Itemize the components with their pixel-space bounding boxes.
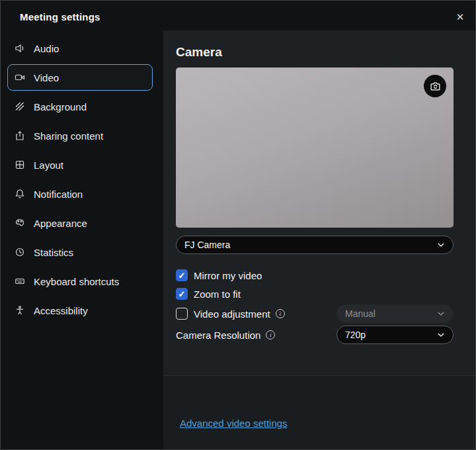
sidebar-item-label: Audio: [34, 43, 59, 54]
sidebar-item-label: Sharing content: [34, 130, 103, 142]
video-adjustment-row: Video adjustment i Manual: [176, 303, 454, 324]
camera-resolution-dropdown[interactable]: 720p: [337, 326, 454, 344]
chevron-down-icon: [437, 331, 445, 339]
chevron-down-icon: [437, 241, 445, 249]
advanced-video-settings-link[interactable]: Advanced video settings: [180, 418, 288, 429]
sidebar-item-label: Layout: [34, 159, 63, 171]
camera-resolution-value: 720p: [345, 330, 366, 340]
appearance-icon: [15, 218, 25, 228]
camera-resolution-row: Camera Resolution i 720p: [176, 324, 454, 345]
sidebar-item-video[interactable]: Video: [7, 64, 153, 91]
sidebar-item-accessibility[interactable]: Accessibility: [7, 297, 153, 324]
sidebar-item-layout[interactable]: Layout: [7, 152, 153, 178]
mirror-video-checkbox[interactable]: ✓: [176, 269, 188, 281]
share-content-icon: [15, 130, 25, 141]
sidebar-item-background[interactable]: Background: [7, 93, 153, 120]
sidebar-item-label: Appearance: [34, 218, 87, 229]
title-bar: Meeting settings ✕: [1, 1, 475, 30]
settings-sidebar: Audio Video Background Sharing content L: [1, 32, 163, 449]
camera-preview: [176, 68, 454, 228]
bell-icon: [15, 189, 25, 199]
camera-device-value: FJ Camera: [184, 240, 230, 250]
camera-resolution-label: Camera Resolution: [176, 330, 260, 341]
meeting-settings-dialog: Meeting settings ✕ Audio Video Backgroun…: [0, 0, 476, 450]
info-icon[interactable]: i: [266, 330, 275, 339]
close-button[interactable]: ✕: [452, 9, 469, 26]
checkmark-icon: ✓: [178, 289, 186, 299]
sidebar-item-label: Video: [34, 72, 59, 83]
sidebar-item-label: Notification: [34, 189, 83, 200]
close-icon: ✕: [456, 11, 465, 23]
info-icon[interactable]: i: [276, 309, 285, 318]
video-camera-icon: [15, 72, 25, 83]
zoom-to-fit-checkbox[interactable]: ✓: [176, 288, 188, 300]
sidebar-item-label: Background: [34, 101, 87, 112]
dialog-title: Meeting settings: [20, 11, 100, 22]
video-adjustment-value: Manual: [345, 308, 376, 319]
background-icon: [15, 101, 25, 112]
zoom-to-fit-label: Zoom to fit: [194, 289, 241, 300]
zoom-to-fit-row: ✓ Zoom to fit: [176, 285, 454, 303]
camera-controls: ✓ Mirror my video ✓ Zoom to fit Video ad…: [176, 266, 454, 345]
video-adjustment-checkbox[interactable]: [176, 308, 188, 320]
keyboard-icon: [15, 276, 25, 287]
sidebar-item-sharing-content[interactable]: Sharing content: [7, 122, 153, 149]
accessibility-icon: [15, 305, 25, 316]
flip-camera-button[interactable]: [424, 75, 446, 97]
layout-grid-icon: [15, 159, 25, 170]
chevron-down-icon: [437, 310, 445, 318]
video-settings-panel: Camera FJ Camera ✓ Mirror my video: [163, 30, 475, 449]
video-adjustment-label: Video adjustment: [194, 308, 270, 320]
sidebar-item-statistics[interactable]: Statistics: [7, 239, 153, 265]
section-heading: Camera: [176, 45, 454, 60]
panel-footer: Advanced video settings: [163, 375, 475, 449]
sidebar-item-label: Statistics: [34, 247, 73, 258]
sidebar-item-label: Keyboard shortcuts: [34, 276, 119, 287]
sidebar-item-notification[interactable]: Notification: [7, 181, 153, 207]
sidebar-item-keyboard-shortcuts[interactable]: Keyboard shortcuts: [7, 268, 153, 294]
statistics-icon: [15, 247, 25, 257]
mirror-video-label: Mirror my video: [194, 270, 262, 281]
checkmark-icon: ✓: [178, 271, 186, 281]
sidebar-item-label: Accessibility: [34, 305, 88, 316]
sidebar-item-audio[interactable]: Audio: [7, 35, 153, 62]
video-adjustment-dropdown: Manual: [337, 304, 454, 323]
sidebar-item-appearance[interactable]: Appearance: [7, 210, 153, 236]
flip-camera-icon: [430, 81, 441, 92]
mirror-video-row: ✓ Mirror my video: [176, 266, 454, 285]
speaker-icon: [15, 43, 25, 54]
camera-device-dropdown[interactable]: FJ Camera: [176, 236, 454, 254]
